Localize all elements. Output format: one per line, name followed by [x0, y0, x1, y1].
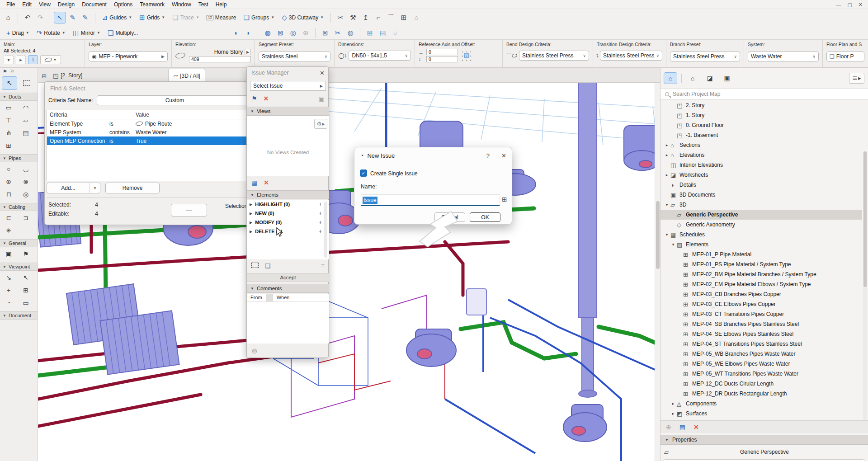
guides-button[interactable]: ⊿ Guides▼	[99, 12, 135, 23]
grids-button[interactable]: ⊞ Grids▼	[137, 12, 168, 23]
tree-item[interactable]: ▸ ⌂ Sections	[660, 140, 862, 150]
tree-expander-icon[interactable]: ▸	[663, 153, 670, 157]
groups-button[interactable]: ❏ Groups▼	[241, 12, 277, 23]
connection-tool-icon[interactable]	[360, 28, 360, 38]
connection-tool-icon[interactable]: ◍	[262, 29, 273, 37]
tree-item[interactable]: ◳ 1. Story	[660, 110, 862, 120]
menu-item[interactable]: Design	[54, 0, 78, 9]
new-issue-icon[interactable]: ⚑	[251, 95, 257, 102]
criteria-set-combo[interactable]: Custom	[97, 95, 253, 105]
tree-item[interactable]: ⊞ MEP-12_DR Ducts Rectangular Length	[660, 389, 862, 399]
toolbar-icon[interactable]: ⊞	[398, 14, 409, 22]
tool-icon[interactable]: +	[2, 284, 15, 296]
tree-item[interactable]: ⊞ MEP-05_WE Elbows Pipes Waste Water	[660, 359, 862, 369]
transition-combo[interactable]: Stainless Steel Press∨	[600, 51, 662, 61]
toolbox-section-viewpoint[interactable]: ▼Viewpoint	[0, 263, 38, 271]
mirror-button[interactable]: ◫ Mirror▼	[70, 28, 103, 38]
tree-expander-icon[interactable]: ▸	[670, 401, 677, 406]
add-view-icon[interactable]: ▦	[251, 179, 257, 186]
tool-icon[interactable]: ▤	[19, 127, 33, 139]
settings-list-icon[interactable]: ▤	[679, 423, 685, 431]
elements-section-header[interactable]: ▼Elements	[247, 190, 329, 199]
comments-section-header[interactable]: ▼Comments	[247, 284, 329, 293]
select-tool-button[interactable]: ↖	[54, 12, 66, 23]
search-input[interactable]: Search Project Map	[660, 89, 868, 99]
toolbox-section-document[interactable]: ▼Document	[0, 311, 38, 320]
tool-icon[interactable]: ▭	[2, 102, 15, 113]
drag-button[interactable]: + Drag▼	[4, 28, 32, 38]
inject-parameters-icon[interactable]: ✎	[80, 14, 91, 22]
tool-icon[interactable]: ⊗	[19, 176, 33, 188]
criteria-row[interactable]: Element Type is Pipe Route	[47, 119, 255, 128]
minimize-icon[interactable]: —	[836, 2, 841, 7]
tree-item[interactable]: ⊞ MEP-12_DC Ducts Cirular Length	[660, 379, 862, 389]
toolbox-flag-icon[interactable]: ⚐	[10, 69, 14, 75]
tool-icon[interactable]: ⊞	[19, 284, 33, 296]
add-criteria-button[interactable]: Add...	[47, 183, 90, 193]
connection-tool-icon[interactable]: ◌	[390, 29, 401, 37]
accept-button[interactable]: Accept	[247, 273, 329, 282]
remove-criteria-button[interactable]: Remove	[105, 183, 160, 193]
close-icon[interactable]: ✕	[501, 152, 506, 159]
redo-icon[interactable]: ↷	[35, 14, 46, 22]
name-picker-icon[interactable]: ⊞	[502, 196, 507, 203]
tool-icon[interactable]: ◎	[19, 188, 33, 200]
element-group-row[interactable]: ▶MODIFY (0)+	[247, 218, 329, 227]
tree-expander-icon[interactable]: ▾	[670, 242, 677, 247]
toolbox-section-cabling[interactable]: ▼Cabling	[0, 203, 38, 211]
floorplan-combo[interactable]: ❏ Floor P	[826, 52, 864, 61]
tool-icon[interactable]: ⊏	[2, 212, 15, 224]
tree-item[interactable]: ◳ 0. Ground Floor	[660, 120, 862, 130]
bend-combo[interactable]: Stainless Steel Press∨	[519, 51, 589, 61]
dimension-combo[interactable]: DN50 - 54x1,5∨	[349, 51, 411, 61]
tree-item[interactable]: ▸ ◪ Worksheets	[660, 170, 862, 180]
arrow-tool[interactable]: ↖	[2, 77, 17, 89]
tool-icon[interactable]: ⊞	[2, 140, 15, 151]
maximize-icon[interactable]: ▢	[847, 2, 852, 8]
connection-tool-icon[interactable]	[258, 28, 258, 38]
tool-icon[interactable]: ◡	[19, 163, 33, 175]
tree-item[interactable]: ▾ ▨ Elements	[660, 240, 862, 249]
paste-elements-icon[interactable]: ❏	[265, 262, 271, 269]
create-single-checkbox[interactable]: ✓	[360, 169, 367, 177]
tree-expander-icon[interactable]: ▾	[663, 232, 670, 237]
tool-icon[interactable]: ⋔	[2, 127, 15, 139]
toolbar-icon[interactable]: ✂	[335, 14, 346, 22]
offset-y-input[interactable]	[426, 56, 458, 62]
ok-button[interactable]: OK	[470, 212, 500, 222]
add-elements-icon[interactable]: +	[319, 219, 322, 226]
undo-icon[interactable]: ↶	[22, 14, 33, 22]
connection-tool-icon[interactable]: ⊠	[320, 29, 330, 37]
marquee-tool[interactable]	[19, 77, 34, 89]
element-group-row[interactable]: ▶HIGHLIGHT (0)+	[247, 200, 329, 209]
tool-icon[interactable]: ↘	[2, 272, 15, 283]
connection-tool-icon[interactable]: ◖	[230, 29, 241, 37]
toolbox-pin-icon[interactable]: ⚑	[3, 69, 7, 75]
tree-expander-icon[interactable]: ▾	[663, 202, 670, 207]
tree-item[interactable]: ⊞ MEP-01_P Pipe Material	[660, 249, 862, 259]
deselect-button[interactable]: —	[171, 204, 207, 216]
connection-tool-icon[interactable]: ⊠	[275, 29, 286, 37]
layout-book-icon[interactable]: ◪	[703, 73, 716, 84]
tab-2-story[interactable]: ◳ [2. Story]	[48, 69, 87, 82]
tool-icon[interactable]: ◠	[19, 102, 33, 113]
tree-item[interactable]: ▣ 3D Documents	[660, 190, 862, 200]
issue-name-input[interactable]: Issue	[361, 194, 500, 206]
project-map-icon[interactable]: ⌂	[664, 73, 677, 84]
menu-item[interactable]: Teamwork	[136, 0, 168, 9]
toolbox-section-general[interactable]: ▼General	[0, 239, 38, 247]
menu-item[interactable]: Document	[78, 0, 110, 9]
layer-combo[interactable]: ◉ MEP - Pipework ▶	[89, 52, 168, 61]
tool-icon[interactable]: ◔	[2, 297, 15, 309]
pick-up-parameters-icon[interactable]: ✎	[67, 14, 78, 22]
tree-item[interactable]: ⊞ MEP-05_WB Branches Pipes Waste Water	[660, 349, 862, 359]
menu-item[interactable]: Help	[212, 0, 231, 9]
tree-item[interactable]: ⊞ MEP-03_CB Branches Pipes Copper	[660, 289, 862, 299]
connection-tool-icon[interactable]: ◗	[243, 29, 254, 37]
offset-x-input[interactable]	[426, 49, 458, 55]
tree-item[interactable]: ◳ 2. Story	[660, 100, 862, 110]
connection-tool-icon[interactable]: ⊞	[364, 29, 375, 37]
tool-icon[interactable]: ○	[2, 163, 15, 175]
add-viewpoint-icon[interactable]: ⊕	[666, 423, 671, 431]
tree-expander-icon[interactable]: ▸	[663, 143, 670, 147]
